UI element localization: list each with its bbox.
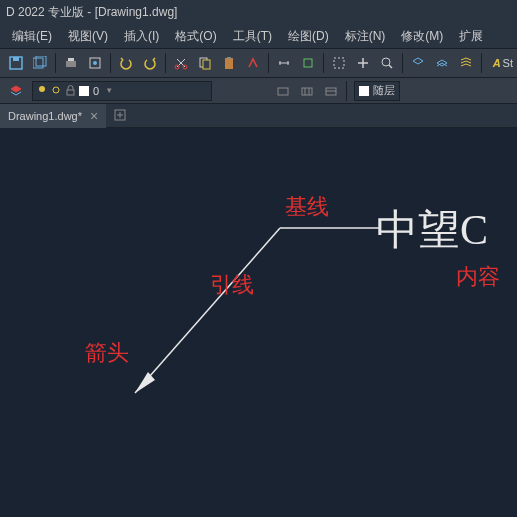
layer-combo[interactable]: 0 ▼ [32,81,212,101]
svg-rect-13 [227,57,231,59]
annotation-content: 内容 [456,262,500,292]
menu-insert[interactable]: 插入(I) [116,25,167,48]
select-button[interactable] [328,52,350,74]
text-style-combo[interactable]: A St [493,57,513,69]
close-icon[interactable]: × [90,108,98,124]
layer-props-button[interactable] [5,80,27,102]
sun-icon [51,85,62,96]
svg-rect-21 [302,88,312,95]
svg-line-25 [135,228,280,393]
annotation-leader: 引线 [210,270,254,300]
bylayer-swatch [359,86,369,96]
separator [165,53,166,73]
separator [55,53,56,73]
leader-drawing [0,128,517,517]
svg-rect-1 [13,57,19,61]
area-icon [301,56,315,70]
svg-rect-5 [68,58,74,61]
layer-color-swatch [79,86,89,96]
zoom-icon [380,56,394,70]
layer-mgr-icon [459,56,473,70]
copy-icon [198,56,212,70]
annotation-arrow: 箭头 [85,338,129,368]
layer-tool1-button[interactable] [272,80,294,102]
menu-format[interactable]: 格式(O) [167,25,224,48]
svg-rect-14 [304,59,312,67]
preview-button[interactable] [84,52,106,74]
zoom-button[interactable] [376,52,398,74]
separator [346,81,347,101]
menu-view[interactable]: 视图(V) [60,25,116,48]
svg-point-16 [382,58,390,66]
drawing-canvas[interactable]: 中望C 基线 引线 箭头 内容 [0,128,517,517]
saveall-icon [33,56,47,70]
tab-filename: Drawing1.dwg* [8,110,82,122]
area-button[interactable] [297,52,319,74]
file-tab[interactable]: Drawing1.dwg* × [0,104,106,128]
menu-draw[interactable]: 绘图(D) [280,25,337,48]
svg-marker-26 [135,372,155,393]
svg-rect-12 [225,58,233,69]
svg-rect-19 [67,90,74,95]
layer-prev-button[interactable] [431,52,453,74]
separator [323,53,324,73]
save-button[interactable] [5,52,27,74]
bylayer-combo[interactable]: 随层 [354,81,400,101]
menu-tools[interactable]: 工具(T) [225,25,280,48]
dist-icon [277,56,291,70]
layer-bar: 0 ▼ 随层 [0,78,517,104]
svg-rect-15 [334,58,344,68]
leader-text-content: 中望C [376,202,488,258]
svg-rect-4 [66,61,76,67]
saveall-button[interactable] [29,52,51,74]
svg-rect-11 [203,60,210,69]
print-button[interactable] [60,52,82,74]
lock-icon [65,85,76,96]
annotation-baseline: 基线 [285,192,329,222]
undo-icon [119,56,133,70]
redo-button[interactable] [139,52,161,74]
app-title: D 2022 专业版 - [Drawing1.dwg] [6,4,177,21]
paste-button[interactable] [218,52,240,74]
copy-button[interactable] [194,52,216,74]
svg-point-7 [93,61,97,65]
layer-mgr-button[interactable] [455,52,477,74]
undo-button[interactable] [115,52,137,74]
match-button[interactable] [242,52,264,74]
bylayer-label: 随层 [373,83,395,98]
menu-edit[interactable]: 编辑(E) [4,25,60,48]
svg-rect-20 [278,88,288,95]
layer-props-icon [9,84,23,98]
layer-tool2-button[interactable] [296,80,318,102]
chevron-down-icon: ▼ [105,86,113,95]
add-tab-button[interactable] [114,109,126,123]
plus-icon [114,109,126,121]
menu-extend[interactable]: 扩展 [451,25,491,48]
text-style-label: St [503,57,513,69]
layer-tool3-button[interactable] [320,80,342,102]
menu-dimension[interactable]: 标注(N) [337,25,394,48]
pan-icon [356,56,370,70]
match-icon [246,56,260,70]
layer-iso-button[interactable] [407,52,429,74]
menu-bar: 编辑(E) 视图(V) 插入(I) 格式(O) 工具(T) 绘图(D) 标注(N… [0,24,517,48]
layer-prev-icon [435,56,449,70]
main-toolbar: A St [0,48,517,78]
save-icon [9,56,23,70]
preview-icon [88,56,102,70]
print-icon [64,56,78,70]
dist-button[interactable] [273,52,295,74]
redo-icon [143,56,157,70]
layer-iso-icon [411,56,425,70]
cut-icon [174,56,188,70]
tab-bar: Drawing1.dwg* × [0,104,517,128]
paste-icon [222,56,236,70]
title-bar: D 2022 专业版 - [Drawing1.dwg] [0,0,517,24]
separator [268,53,269,73]
pan-button[interactable] [352,52,374,74]
menu-modify[interactable]: 修改(M) [393,25,451,48]
text-style-icon: A [493,57,501,69]
layer-tool2-icon [300,84,314,98]
cut-button[interactable] [170,52,192,74]
separator [110,53,111,73]
